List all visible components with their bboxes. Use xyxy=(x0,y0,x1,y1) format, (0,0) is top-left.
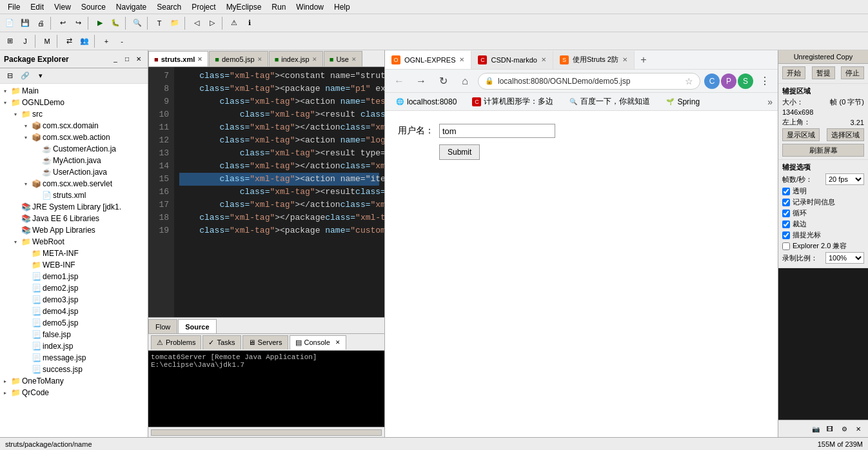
tree-item[interactable]: 📃 false.jsp xyxy=(0,329,148,340)
bookmarks-more-button[interactable]: » xyxy=(767,97,773,107)
menu-run[interactable]: Run xyxy=(266,1,291,13)
tab-struts-xml[interactable]: ■ struts.xml ✕ xyxy=(148,51,208,66)
pause-capture-button[interactable]: 暂提 xyxy=(812,66,835,79)
tasks-tab[interactable]: ✓ Tasks xyxy=(202,335,241,349)
tree-item[interactable]: 📄 struts.xml xyxy=(0,190,148,201)
save-button[interactable]: 💾 xyxy=(18,16,32,30)
prev-annotation-button[interactable]: ℹ xyxy=(242,16,257,30)
tree-item[interactable]: ☕ MyAction.java xyxy=(0,155,148,166)
browser-tab-ognl[interactable]: O OGNL-EXPRES ✕ xyxy=(385,51,471,69)
expand-icon[interactable]: ▾ xyxy=(10,112,21,117)
tree-item[interactable]: ▾ 📁 Main xyxy=(0,85,148,97)
display-area-button[interactable]: 显示区域 xyxy=(782,128,820,141)
servers-tab[interactable]: 🖥 Servers xyxy=(242,335,288,349)
bookmark-star-button[interactable]: ☆ xyxy=(685,76,693,86)
problems-tab[interactable]: ⚠ Problems xyxy=(151,335,201,349)
tab-index-jsp[interactable]: ■ index.jsp ✕ xyxy=(269,51,323,66)
menu-help[interactable]: Help xyxy=(329,1,355,13)
bookmark-localhost[interactable]: 🌐 localhost:8080 xyxy=(390,94,462,110)
submit-button[interactable]: Submit xyxy=(439,144,480,160)
tree-item[interactable]: 📃 success.jsp xyxy=(0,364,148,375)
bookmark-spring[interactable]: 🌱 Spring xyxy=(660,94,705,110)
menu-project[interactable]: Project xyxy=(186,1,221,13)
menu-window[interactable]: Window xyxy=(291,1,329,13)
tree-item[interactable]: ☕ CustomerAction.ja xyxy=(0,143,148,155)
tree-item[interactable]: 📚 Web App Libraries xyxy=(0,224,148,236)
maximize-panel-button[interactable]: □ xyxy=(122,54,132,64)
next-annotation-button[interactable]: ⚠ xyxy=(227,16,241,30)
tree-item[interactable]: 📃 demo1.jsp xyxy=(0,271,148,282)
tab-use[interactable]: ■ Use ✕ xyxy=(324,51,362,66)
struts-tab-close[interactable]: ✕ xyxy=(622,56,627,63)
browser-tab-struts[interactable]: S 使用Struts 2防 ✕ xyxy=(553,51,635,69)
back-button[interactable]: ← xyxy=(390,72,408,90)
camera-icon[interactable]: 📷 xyxy=(810,423,822,435)
java-perspective[interactable]: J xyxy=(18,34,32,48)
team-button[interactable]: 👥 xyxy=(77,34,92,48)
menu-search[interactable]: Search xyxy=(152,1,186,13)
home-button[interactable]: ⌂ xyxy=(456,72,474,90)
forward-button[interactable]: → xyxy=(412,72,430,90)
tree-item[interactable]: 📃 demo4.jsp xyxy=(0,306,148,317)
close-use[interactable]: ✕ xyxy=(351,56,357,63)
open-type-button[interactable]: T xyxy=(152,16,166,30)
menu-myeclipse[interactable]: MyEclipse xyxy=(221,1,267,13)
tab-demo5-jsp[interactable]: ■ demo5.jsp ✕ xyxy=(209,51,268,66)
expand-icon[interactable]: ▾ xyxy=(0,88,10,94)
menu-edit[interactable]: Edit xyxy=(25,1,49,13)
debug-button[interactable]: 🐛 xyxy=(108,16,123,30)
new-button[interactable]: 📄 xyxy=(3,16,17,30)
close-index[interactable]: ✕ xyxy=(312,56,317,63)
expand-icon[interactable]: ▸ xyxy=(0,390,10,396)
close-panel-button[interactable]: ✕ xyxy=(133,54,144,64)
expand-icon[interactable]: ▸ xyxy=(0,378,10,384)
username-input[interactable] xyxy=(439,124,555,138)
myeclipse-button[interactable]: M xyxy=(40,34,54,48)
code-lines[interactable]: class="xml-tag"><constant name="struts.a… xyxy=(174,67,384,317)
menu-view[interactable]: View xyxy=(49,1,76,13)
perspective-button[interactable]: ⊞ xyxy=(3,34,17,48)
tree-item[interactable]: ▾ 📁 src xyxy=(0,108,148,120)
synchronize-button[interactable]: ⇄ xyxy=(62,34,76,48)
menu-source[interactable]: Source xyxy=(76,1,111,13)
ext-icon-3[interactable]: S xyxy=(738,73,753,89)
undo-button[interactable]: ↩ xyxy=(55,16,70,30)
cursor-checkbox[interactable] xyxy=(782,231,790,239)
code-editor[interactable]: 78910111213141516171819 class="xml-tag">… xyxy=(148,67,384,317)
redo-button[interactable]: ↪ xyxy=(71,16,85,30)
close-struts-xml[interactable]: ✕ xyxy=(197,56,202,63)
transparent-checkbox[interactable] xyxy=(782,188,790,195)
run-button[interactable]: ▶ xyxy=(93,16,107,30)
console-close[interactable]: ✕ xyxy=(335,339,340,346)
tree-item[interactable]: 📁 WEB-INF xyxy=(0,259,148,271)
console-tab[interactable]: ▤ Console ✕ xyxy=(290,335,346,349)
prev-edit-button[interactable]: ◁ xyxy=(190,16,204,30)
tree-item[interactable]: 📃 demo2.jsp xyxy=(0,282,148,294)
loop-checkbox[interactable] xyxy=(782,210,790,217)
scale-select[interactable]: 100% 50% 75% xyxy=(825,252,864,264)
zoom-in-button[interactable]: + xyxy=(99,34,113,48)
expand-icon[interactable]: ▾ xyxy=(21,181,31,187)
expand-icon[interactable]: ▾ xyxy=(21,123,31,129)
expand-icon[interactable]: ▾ xyxy=(21,135,31,141)
stop-capture-button[interactable]: 停止 xyxy=(841,66,864,79)
settings-icon[interactable]: ⚙ xyxy=(838,423,850,435)
menu-file[interactable]: File xyxy=(3,1,25,13)
zoom-out-button[interactable]: - xyxy=(115,34,129,48)
tree-item[interactable]: 📚 JRE System Library [jdk1. xyxy=(0,201,148,213)
search-button[interactable]: 🔍 xyxy=(130,16,144,30)
tree-item[interactable]: 📃 message.jsp xyxy=(0,352,148,364)
csdn-tab-close[interactable]: ✕ xyxy=(541,56,546,63)
flow-tab[interactable]: Flow xyxy=(148,319,177,333)
tree-item[interactable]: 📃 demo3.jsp xyxy=(0,294,148,306)
source-tab[interactable]: Source xyxy=(178,319,216,333)
tree-item[interactable]: 📁 META-INF xyxy=(0,248,148,259)
print-button[interactable]: 🖨 xyxy=(34,16,48,30)
expand-icon[interactable]: ▾ xyxy=(0,100,10,106)
tree-item[interactable]: ▾ 📦 com.scx.web.servlet xyxy=(0,178,148,190)
tree-item[interactable]: ▾ 📦 com.scx.domain xyxy=(0,120,148,132)
next-edit-button[interactable]: ▷ xyxy=(205,16,219,30)
select-area-button[interactable]: 选择区域 xyxy=(827,128,864,141)
ext-icon-2[interactable]: P xyxy=(721,73,736,89)
tree-item[interactable]: 📃 demo5.jsp xyxy=(0,317,148,329)
